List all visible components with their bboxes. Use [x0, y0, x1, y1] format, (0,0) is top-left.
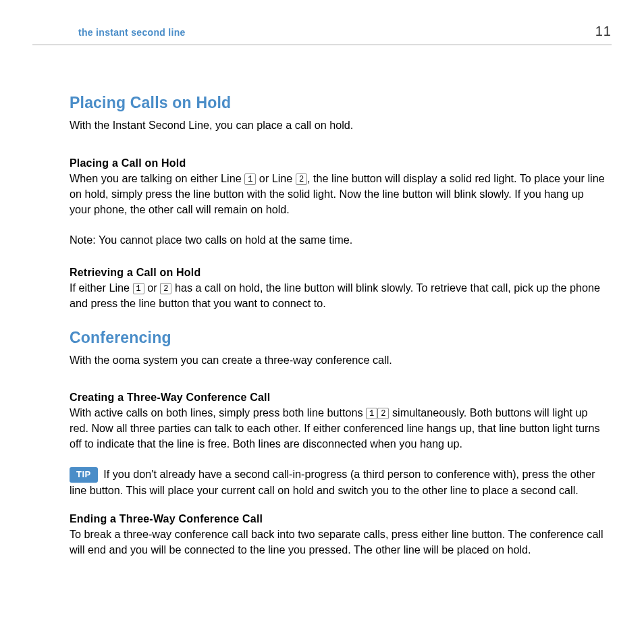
page-content: Placing Calls on Hold With the Instant S… — [70, 94, 605, 558]
intro-text: With the Instant Second Line, you can pl… — [70, 117, 605, 133]
line-2-icon: 2 — [377, 408, 389, 419]
tip-paragraph: TIP If you don't already have a second c… — [70, 466, 605, 498]
line-1-icon: 1 — [244, 173, 256, 185]
line-1-icon: 1 — [366, 408, 377, 419]
body-text: If either Line 1 or 2 has a call on hold… — [70, 280, 605, 311]
line-1-icon: 1 — [133, 283, 144, 294]
note-text: Note: You cannot place two calls on hold… — [70, 232, 605, 248]
tip-badge: TIP — [70, 467, 98, 482]
text-fragment: or Line — [256, 172, 296, 184]
page-number: 11 — [595, 24, 612, 39]
text-fragment: If either Line — [70, 281, 133, 294]
text-fragment: When you are talking on either Line — [70, 172, 244, 184]
page: the instant second line 11 Placing Calls… — [0, 0, 644, 599]
text-fragment: With active calls on both lines, simply … — [70, 406, 366, 419]
line-2-icon: 2 — [296, 173, 307, 185]
subheading-retrieving-a-call: Retrieving a Call on Hold — [70, 267, 605, 279]
body-text: To break a three-way conference call bac… — [70, 527, 605, 558]
body-text: With active calls on both lines, simply … — [70, 405, 605, 452]
page-header: the instant second line 11 — [32, 24, 612, 45]
tip-text: If you don't already have a second call-… — [70, 468, 595, 495]
subheading-placing-a-call: Placing a Call on Hold — [70, 157, 605, 169]
body-text: When you are talking on either Line 1 or… — [70, 171, 605, 217]
intro-text: With the ooma system you can create a th… — [70, 352, 605, 368]
line-2-icon: 2 — [160, 283, 171, 294]
heading-conferencing: Conferencing — [70, 329, 605, 347]
subheading-creating-conference: Creating a Three-Way Conference Call — [70, 392, 605, 404]
subheading-ending-conference: Ending a Three-Way Conference Call — [70, 513, 605, 525]
header-section-title: the instant second line — [78, 27, 186, 38]
heading-placing-calls-on-hold: Placing Calls on Hold — [70, 94, 605, 112]
text-fragment: or — [144, 281, 160, 294]
